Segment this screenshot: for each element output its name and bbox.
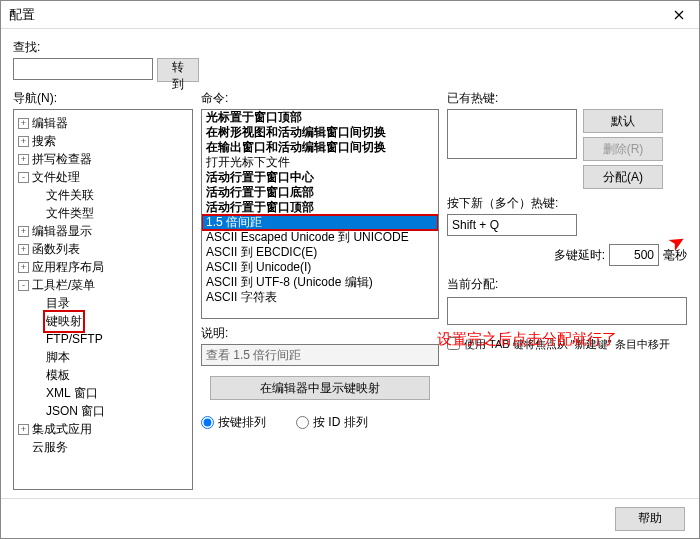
- desc-value: 查看 1.5 倍行间距: [201, 344, 439, 366]
- tree-item[interactable]: 文件关联: [16, 186, 190, 204]
- tree-item-label: 模板: [46, 367, 70, 384]
- existing-hotkey-label: 已有热键:: [447, 90, 687, 107]
- close-button[interactable]: [659, 1, 699, 29]
- collapse-icon[interactable]: -: [18, 280, 29, 291]
- expand-icon[interactable]: +: [18, 244, 29, 255]
- tree-item-label: 搜索: [32, 133, 56, 150]
- tree-item[interactable]: -工具栏/菜单: [16, 276, 190, 294]
- tree-item-label: FTP/SFTP: [46, 332, 103, 346]
- tree-item-label: 脚本: [46, 349, 70, 366]
- current-assign-box: [447, 297, 687, 325]
- command-item[interactable]: 在输出窗口和活动编辑窗口间切换: [202, 140, 438, 155]
- expand-icon[interactable]: +: [18, 136, 29, 147]
- sort-by-key-radio[interactable]: 按键排列: [201, 414, 266, 431]
- command-item[interactable]: ASCII Escaped Unicode 到 UNICODE: [202, 230, 438, 245]
- command-item[interactable]: 活动行置于窗口顶部: [202, 200, 438, 215]
- existing-hotkey-box[interactable]: [447, 109, 577, 159]
- press-new-label: 按下新（多个）热键:: [447, 195, 687, 212]
- expand-icon[interactable]: +: [18, 262, 29, 273]
- show-keymap-button[interactable]: 在编辑器中显示键映射: [210, 376, 430, 400]
- go-button[interactable]: 转到: [157, 58, 199, 82]
- tree-item[interactable]: 键映射: [16, 312, 190, 330]
- commands-label: 命令:: [201, 90, 439, 107]
- nav-tree[interactable]: +编辑器+搜索+拼写检查器-文件处理文件关联文件类型+编辑器显示+函数列表+应用…: [13, 109, 193, 490]
- tree-item[interactable]: +应用程序布局: [16, 258, 190, 276]
- tree-item-label: 目录: [46, 295, 70, 312]
- tree-indent: [32, 334, 43, 345]
- tree-item-label: 文件处理: [32, 169, 80, 186]
- search-input[interactable]: [13, 58, 153, 80]
- search-label: 查找:: [13, 39, 199, 56]
- command-item[interactable]: 活动行置于窗口底部: [202, 185, 438, 200]
- tree-item[interactable]: +编辑器显示: [16, 222, 190, 240]
- tree-indent: [32, 370, 43, 381]
- tree-item-label: 编辑器显示: [32, 223, 92, 240]
- help-button[interactable]: 帮助: [615, 507, 685, 531]
- tree-item-label: XML 窗口: [46, 385, 98, 402]
- command-item[interactable]: ASCII 字符表: [202, 290, 438, 305]
- command-item[interactable]: 打开光标下文件: [202, 155, 438, 170]
- tree-item-label: 函数列表: [32, 241, 80, 258]
- tree-item[interactable]: 脚本: [16, 348, 190, 366]
- tree-item[interactable]: +编辑器: [16, 114, 190, 132]
- tree-item[interactable]: +集成式应用: [16, 420, 190, 438]
- tree-item-label: 拼写检查器: [32, 151, 92, 168]
- tree-item[interactable]: FTP/SFTP: [16, 330, 190, 348]
- tree-item-label: JSON 窗口: [46, 403, 105, 420]
- command-item[interactable]: 1.5 倍间距: [202, 215, 438, 230]
- tree-indent: [18, 442, 29, 453]
- tree-item-label: 文件关联: [46, 187, 94, 204]
- assign-button[interactable]: 分配(A): [583, 165, 663, 189]
- window-title: 配置: [9, 6, 659, 24]
- command-list[interactable]: 光标置于窗口顶部在树形视图和活动编辑窗口间切换在输出窗口和活动编辑窗口间切换打开…: [201, 109, 439, 319]
- tree-item[interactable]: 云服务: [16, 438, 190, 456]
- tree-indent: [32, 352, 43, 363]
- tree-item[interactable]: 目录: [16, 294, 190, 312]
- tree-item-label: 文件类型: [46, 205, 94, 222]
- tree-item[interactable]: 模板: [16, 366, 190, 384]
- tree-indent: [32, 190, 43, 201]
- command-item[interactable]: ASCII 到 UTF-8 (Unicode 编辑): [202, 275, 438, 290]
- nav-label: 导航(N):: [13, 90, 193, 107]
- tree-indent: [32, 406, 43, 417]
- command-item[interactable]: 光标置于窗口顶部: [202, 110, 438, 125]
- expand-icon[interactable]: +: [18, 118, 29, 129]
- delay-input[interactable]: [609, 244, 659, 266]
- tree-indent: [32, 316, 43, 327]
- tree-item[interactable]: JSON 窗口: [16, 402, 190, 420]
- sort-by-id-radio[interactable]: 按 ID 排列: [296, 414, 368, 431]
- command-item[interactable]: ASCII 到 Unicode(I): [202, 260, 438, 275]
- tree-item[interactable]: +搜索: [16, 132, 190, 150]
- tree-indent: [32, 388, 43, 399]
- delete-button[interactable]: 删除(R): [583, 137, 663, 161]
- tree-item-label: 编辑器: [32, 115, 68, 132]
- expand-icon[interactable]: +: [18, 154, 29, 165]
- desc-label: 说明:: [201, 325, 439, 342]
- press-new-input[interactable]: [447, 214, 577, 236]
- tree-item-label: 应用程序布局: [32, 259, 104, 276]
- tree-item[interactable]: +拼写检查器: [16, 150, 190, 168]
- annotation-text: 设置完之后点击分配就行了: [437, 330, 617, 349]
- delay-label: 多键延时:: [554, 247, 605, 264]
- command-item[interactable]: ASCII 到 EBCDIC(E): [202, 245, 438, 260]
- tree-indent: [32, 298, 43, 309]
- tree-indent: [32, 208, 43, 219]
- expand-icon[interactable]: +: [18, 424, 29, 435]
- tree-item[interactable]: -文件处理: [16, 168, 190, 186]
- tree-item[interactable]: XML 窗口: [16, 384, 190, 402]
- default-button[interactable]: 默认: [583, 109, 663, 133]
- tree-item-label: 云服务: [32, 439, 68, 456]
- tree-item-label: 工具栏/菜单: [32, 277, 95, 294]
- tree-item-label: 集成式应用: [32, 421, 92, 438]
- tree-item[interactable]: +函数列表: [16, 240, 190, 258]
- tree-item-label: 键映射: [46, 313, 82, 330]
- command-item[interactable]: 活动行置于窗口中心: [202, 170, 438, 185]
- collapse-icon[interactable]: -: [18, 172, 29, 183]
- current-assign-label: 当前分配:: [447, 276, 687, 293]
- command-item[interactable]: 在树形视图和活动编辑窗口间切换: [202, 125, 438, 140]
- expand-icon[interactable]: +: [18, 226, 29, 237]
- tree-item[interactable]: 文件类型: [16, 204, 190, 222]
